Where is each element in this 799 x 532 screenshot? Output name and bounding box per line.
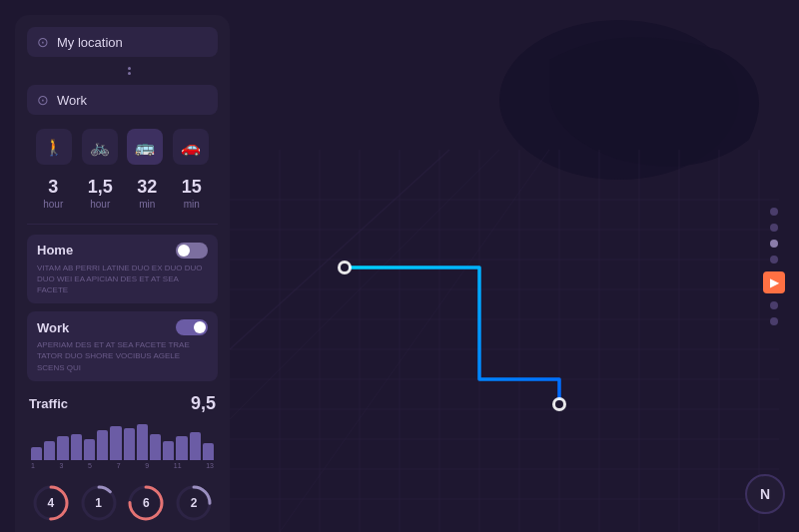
divider-1 <box>27 224 218 225</box>
home-toggle-section: Home VITAM AB PERRI LATINE DUO EX DUO DU… <box>27 235 218 304</box>
work-desc: APERIAM DES ET AT SEA FACETE TRAE TATOR … <box>37 339 208 373</box>
work-label: Work <box>37 320 69 335</box>
map-zoom-dot-5[interactable] <box>770 301 778 309</box>
sidebar: ⊙ My location ⊙ Work 🚶 🚲 🚌 🚗 3 hour 1,5 … <box>15 15 230 532</box>
compass-label: N <box>760 486 770 502</box>
traffic-section: Traffic 9,5 1 3 5 7 9 11 13 <box>27 389 218 473</box>
time-walk: 3 hour <box>43 177 63 210</box>
bar-labels: 1 3 5 7 9 11 13 <box>29 460 216 469</box>
traffic-label: Traffic <box>29 396 68 411</box>
location-icon: ⊙ <box>37 34 49 50</box>
time-row: 3 hour 1,5 hour 32 min 15 min <box>27 173 218 214</box>
my-location-row[interactable]: ⊙ My location <box>27 27 218 57</box>
time-bus: 32 min <box>137 177 157 210</box>
traffic-value: 9,5 <box>191 393 216 414</box>
traffic-bar-chart <box>29 420 216 460</box>
circle-stat-4: 2 <box>174 483 214 523</box>
circle-stat-1: 4 <box>31 483 71 523</box>
map-zoom-dot-3[interactable] <box>770 240 778 248</box>
circle-stats: 4 1 6 2 <box>27 481 218 525</box>
compass: N <box>745 474 785 514</box>
map-controls: ▶ <box>763 208 785 325</box>
map-zoom-dot-6[interactable] <box>770 317 778 325</box>
bus-transport-btn[interactable]: 🚌 <box>127 129 163 165</box>
circle-stat-3: 6 <box>126 483 166 523</box>
destination-label: Work <box>57 93 87 108</box>
svg-point-32 <box>555 400 563 408</box>
map-next-btn[interactable]: ▶ <box>763 271 785 293</box>
map-zoom-dot-4[interactable] <box>770 256 778 264</box>
work-toggle-section: Work APERIAM DES ET AT SEA FACETE TRAE T… <box>27 311 218 381</box>
svg-point-30 <box>341 264 349 271</box>
car-transport-btn[interactable]: 🚗 <box>173 129 209 165</box>
destination-icon: ⊙ <box>37 92 49 108</box>
home-label: Home <box>37 243 73 258</box>
circle-stat-2: 1 <box>79 483 119 523</box>
map-zoom-dot-2[interactable] <box>770 224 778 232</box>
transport-row: 🚶 🚲 🚌 🚗 <box>27 123 218 165</box>
map-zoom-dot-1[interactable] <box>770 208 778 216</box>
destination-row[interactable]: ⊙ Work <box>27 85 218 115</box>
work-toggle-switch[interactable] <box>176 319 208 335</box>
my-location-label: My location <box>57 35 123 50</box>
home-toggle-switch[interactable] <box>176 243 208 259</box>
route-divider <box>27 65 218 77</box>
time-bike: 1,5 hour <box>88 177 113 210</box>
time-car: 15 min <box>182 177 202 210</box>
bike-transport-btn[interactable]: 🚲 <box>82 129 118 165</box>
walk-transport-btn[interactable]: 🚶 <box>36 129 72 165</box>
home-desc: VITAM AB PERRI LATINE DUO EX DUO DUO DUO… <box>37 263 208 296</box>
